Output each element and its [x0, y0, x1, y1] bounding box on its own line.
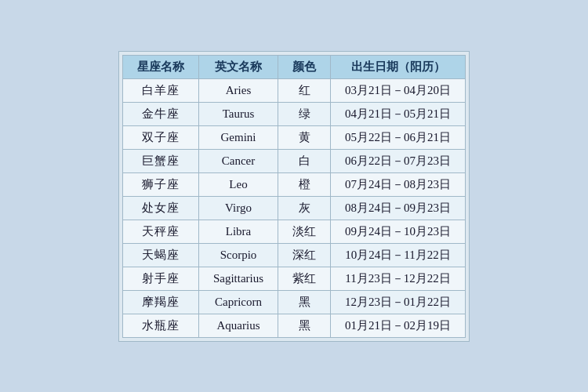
- col-header-dates: 出生日期（阳历）: [331, 55, 466, 78]
- cell-english: Scorpio: [198, 243, 278, 267]
- table-row: 巨蟹座Cancer白06月22日－07月23日: [122, 149, 465, 172]
- cell-english: Libra: [198, 220, 278, 243]
- table-row: 天蝎座Scorpio深红10月24日－11月22日: [122, 243, 465, 267]
- cell-dates: 03月21日－04月20日: [331, 78, 466, 102]
- cell-color: 紫红: [278, 267, 331, 290]
- zodiac-table-container: 星座名称 英文名称 颜色 出生日期（阳历） 白羊座Aries红03月21日－04…: [118, 51, 470, 342]
- cell-chinese: 双子座: [122, 125, 198, 149]
- cell-color: 灰: [278, 196, 331, 220]
- cell-chinese: 天蝎座: [122, 243, 198, 267]
- cell-dates: 11月23日－12月22日: [331, 267, 466, 290]
- cell-chinese: 摩羯座: [122, 290, 198, 314]
- table-row: 水瓶座Aquarius黑01月21日－02月19日: [122, 314, 465, 337]
- cell-english: Taurus: [198, 102, 278, 125]
- cell-color: 黑: [278, 314, 331, 337]
- zodiac-table: 星座名称 英文名称 颜色 出生日期（阳历） 白羊座Aries红03月21日－04…: [122, 55, 466, 338]
- cell-dates: 09月24日－10月23日: [331, 220, 466, 243]
- cell-dates: 10月24日－11月22日: [331, 243, 466, 267]
- col-header-color: 颜色: [278, 55, 331, 78]
- table-row: 射手座Sagittarius紫红11月23日－12月22日: [122, 267, 465, 290]
- cell-color: 红: [278, 78, 331, 102]
- cell-english: Sagittarius: [198, 267, 278, 290]
- cell-english: Virgo: [198, 196, 278, 220]
- cell-color: 黑: [278, 290, 331, 314]
- col-header-english: 英文名称: [198, 55, 278, 78]
- cell-chinese: 射手座: [122, 267, 198, 290]
- table-row: 处女座Virgo灰08月24日－09月23日: [122, 196, 465, 220]
- cell-english: Cancer: [198, 149, 278, 172]
- cell-color: 橙: [278, 172, 331, 196]
- table-header-row: 星座名称 英文名称 颜色 出生日期（阳历）: [122, 55, 465, 78]
- cell-chinese: 狮子座: [122, 172, 198, 196]
- cell-dates: 12月23日－01月22日: [331, 290, 466, 314]
- cell-color: 淡红: [278, 220, 331, 243]
- cell-english: Gemini: [198, 125, 278, 149]
- cell-chinese: 巨蟹座: [122, 149, 198, 172]
- cell-chinese: 处女座: [122, 196, 198, 220]
- cell-color: 深红: [278, 243, 331, 267]
- cell-color: 黄: [278, 125, 331, 149]
- table-row: 摩羯座Capricorn黑12月23日－01月22日: [122, 290, 465, 314]
- table-row: 白羊座Aries红03月21日－04月20日: [122, 78, 465, 102]
- cell-color: 白: [278, 149, 331, 172]
- cell-dates: 05月22日－06月21日: [331, 125, 466, 149]
- cell-color: 绿: [278, 102, 331, 125]
- cell-chinese: 白羊座: [122, 78, 198, 102]
- table-row: 双子座Gemini黄05月22日－06月21日: [122, 125, 465, 149]
- cell-chinese: 天秤座: [122, 220, 198, 243]
- cell-dates: 01月21日－02月19日: [331, 314, 466, 337]
- cell-english: Aquarius: [198, 314, 278, 337]
- table-row: 天秤座Libra淡红09月24日－10月23日: [122, 220, 465, 243]
- cell-dates: 04月21日－05月21日: [331, 102, 466, 125]
- table-row: 金牛座Taurus绿04月21日－05月21日: [122, 102, 465, 125]
- cell-dates: 07月24日－08月23日: [331, 172, 466, 196]
- cell-chinese: 金牛座: [122, 102, 198, 125]
- cell-chinese: 水瓶座: [122, 314, 198, 337]
- col-header-chinese: 星座名称: [122, 55, 198, 78]
- cell-english: Capricorn: [198, 290, 278, 314]
- cell-english: Leo: [198, 172, 278, 196]
- cell-dates: 08月24日－09月23日: [331, 196, 466, 220]
- cell-english: Aries: [198, 78, 278, 102]
- cell-dates: 06月22日－07月23日: [331, 149, 466, 172]
- table-row: 狮子座Leo橙07月24日－08月23日: [122, 172, 465, 196]
